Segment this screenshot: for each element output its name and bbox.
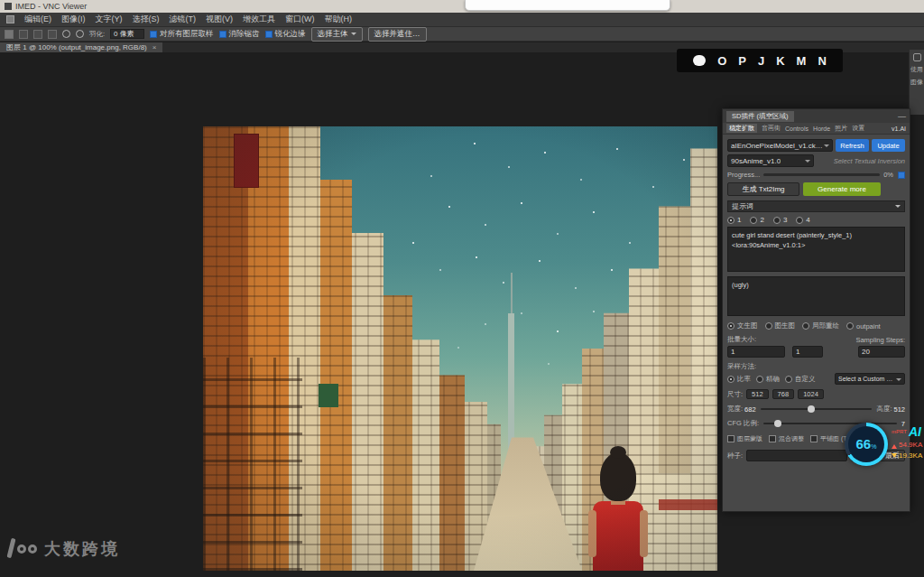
img2img-radio[interactable] — [765, 322, 772, 330]
progress-value: 0% — [883, 171, 893, 179]
document-tab-label: 图层 1 @ 100% (output_image.png, RGB/8) — [6, 42, 147, 52]
refresh-button[interactable]: Refresh — [836, 139, 869, 152]
tab-settings[interactable]: 设置 — [852, 124, 864, 133]
inpaint-radio[interactable] — [802, 322, 809, 330]
girl-arm — [588, 510, 596, 557]
document-tab[interactable]: 图层 1 @ 100% (output_image.png, RGB/8) × — [0, 42, 162, 52]
menu-item[interactable]: 文字(Y) — [96, 14, 123, 25]
panel-icon[interactable] — [913, 53, 921, 61]
width-slider[interactable] — [761, 408, 873, 410]
menu-item[interactable]: 帮助(H) — [325, 14, 353, 25]
menu-item[interactable]: 图像(I) — [61, 14, 86, 25]
layer-mask-checkbox[interactable] — [727, 435, 735, 442]
new-selection-icon[interactable] — [5, 30, 14, 39]
lora-dropdown[interactable]: 90sAnime_v1.0 — [727, 154, 814, 167]
slot-2-radio[interactable] — [750, 217, 757, 224]
slider-knob[interactable] — [774, 420, 781, 427]
prompt-section-header[interactable]: 提示词 — [727, 200, 905, 212]
size-label: 尺寸: — [727, 390, 743, 399]
anti-alias-checkbox[interactable] — [219, 31, 226, 38]
sd-panel-header: SD插件 (填空区域) — — [723, 109, 910, 123]
outpaint-radio[interactable] — [846, 322, 854, 330]
enhance-edge-checkbox[interactable] — [265, 31, 273, 38]
collapse-icon[interactable]: — — [898, 112, 906, 121]
tab-horde[interactable]: Horde — [813, 126, 830, 132]
width-label: 宽度: — [727, 405, 743, 414]
tab-photo[interactable]: 照片 — [835, 124, 847, 133]
tab-stable-diffusion[interactable]: 稳定扩散 — [726, 124, 757, 133]
logo-circle — [17, 544, 26, 554]
mode-label: 图生图 — [775, 321, 796, 330]
angle-options-icon[interactable] — [76, 30, 84, 38]
sample-all-layers-checkbox[interactable] — [150, 31, 157, 38]
size-1024-button[interactable]: 1024 — [798, 389, 824, 399]
feather-input[interactable]: 0 像素 — [110, 29, 144, 39]
sampler-opt-radio[interactable] — [785, 376, 792, 383]
intersect-selection-icon[interactable] — [48, 30, 57, 39]
select-and-mask-button[interactable]: 选择并遮住… — [368, 27, 427, 42]
slot-3-radio[interactable] — [773, 217, 781, 224]
seed-label: 种子: — [727, 451, 743, 461]
blend-adjust-checkbox[interactable] — [769, 435, 776, 442]
txt2img-button[interactable]: 生成 Txt2Img — [727, 182, 799, 196]
menu-item[interactable]: 编辑(E) — [24, 14, 51, 25]
height-value: 512 — [893, 405, 905, 414]
key-label: O — [717, 54, 726, 68]
close-icon[interactable]: × — [152, 43, 157, 51]
sampler-opt-radio[interactable] — [727, 376, 735, 383]
select-subject-button[interactable]: 选择主体 — [311, 27, 363, 42]
blend-adjust-label: 混合调整 — [779, 434, 804, 443]
preset-dropdown[interactable]: Select a Custom Preset — [835, 373, 905, 385]
green-sign — [319, 384, 338, 407]
floating-tab[interactable] — [465, 0, 670, 11]
canvas-artwork[interactable] — [203, 126, 717, 571]
add-selection-icon[interactable] — [19, 30, 28, 39]
sampler-opt-label: 比率 — [737, 375, 751, 384]
menu-bar: 编辑(E) 图像(I) 文字(Y) 选择(S) 滤镜(T) 视图(V) 增效工具… — [0, 13, 924, 26]
sd-panel-tab[interactable]: SD插件 (填空区域) — [726, 111, 794, 122]
txt2img-radio[interactable] — [727, 322, 735, 330]
menu-item[interactable]: 选择(S) — [133, 14, 160, 25]
size-768-button[interactable]: 768 — [772, 389, 795, 399]
mode-label: 文生图 — [737, 321, 758, 330]
textual-inversion-placeholder[interactable]: Select Textual Inversion — [817, 157, 905, 165]
batch-count-input[interactable]: 1 — [792, 346, 823, 358]
progress-label: Progress... — [727, 171, 760, 179]
key-label: N — [818, 54, 826, 68]
seed-input[interactable] — [746, 450, 847, 461]
slider-knob[interactable] — [808, 405, 815, 413]
model-dropdown[interactable]: aIEnOnePixelModel_v1.ckpt [d… — [727, 139, 833, 152]
subtract-selection-icon[interactable] — [33, 30, 42, 39]
tab-controls[interactable]: Controls — [785, 126, 808, 132]
anti-alias-label: 消除锯齿 — [229, 29, 260, 40]
menu-item[interactable]: 窗口(W) — [285, 14, 315, 25]
logo-circle — [28, 544, 37, 554]
girl-figure — [587, 451, 650, 571]
update-button[interactable]: Update — [872, 139, 905, 152]
progress-checkbox[interactable] — [898, 172, 905, 179]
menu-item[interactable]: 增效工具 — [243, 14, 275, 25]
watermark: 大数跨境 — [7, 538, 120, 560]
preset-value: Select a Custom Preset — [838, 376, 896, 382]
version-label: v1.AI — [892, 126, 906, 132]
prompt-textarea[interactable]: cute girl stand desert (painterly_style_… — [727, 227, 905, 272]
negative-prompt-textarea[interactable]: (ugly) — [727, 276, 905, 316]
tiling-checkbox[interactable] — [810, 435, 818, 442]
logo-bar — [6, 538, 15, 559]
key-label: J — [758, 54, 764, 68]
menu-item[interactable]: 视图(V) — [206, 14, 233, 25]
menu-item[interactable]: 滤镜(T) — [170, 14, 197, 25]
slot-4-radio[interactable] — [796, 217, 803, 224]
tab-1[interactable]: 音画街 — [762, 124, 781, 133]
size-512-button[interactable]: 512 — [746, 389, 769, 399]
sampler-opt-radio[interactable] — [756, 376, 763, 383]
generate-more-button[interactable]: Generate more — [803, 182, 881, 196]
brush-options-icon[interactable] — [62, 30, 70, 38]
sampling-steps-input[interactable]: 20 — [858, 346, 905, 358]
girl-dress — [593, 501, 643, 571]
key-label: K — [776, 54, 784, 68]
red-sign — [234, 134, 259, 188]
download-speed: 19.3KA — [899, 451, 922, 460]
batch-size-input[interactable]: 1 — [727, 346, 785, 358]
slot-1-radio[interactable] — [727, 217, 735, 224]
